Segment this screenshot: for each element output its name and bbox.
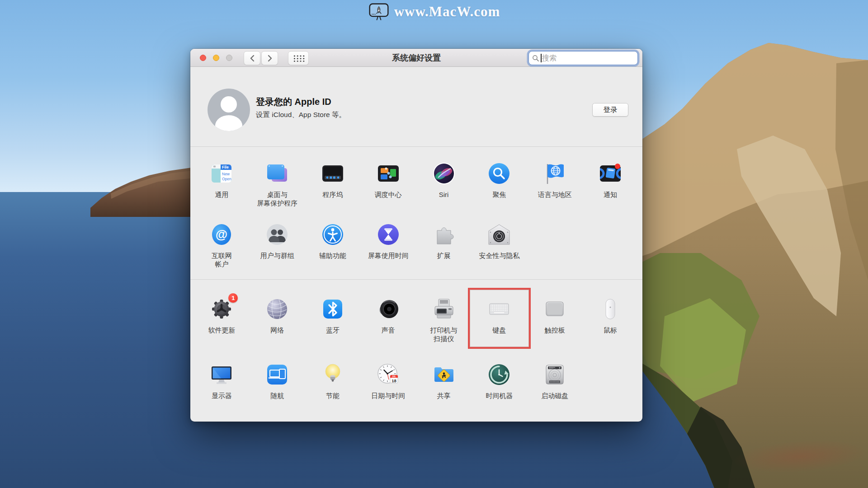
security-privacy-icon: [486, 221, 512, 248]
pref-label: 键盘: [492, 326, 506, 334]
pref-label: 启动磁盘: [541, 391, 568, 400]
pref-label: 节能: [326, 391, 340, 400]
pref-row-2: @互联网帐户用户与群组辅助功能屏幕使用时间扩展安全性与隐私: [194, 221, 639, 278]
pref-startup-disk[interactable]: 启动磁盘: [527, 361, 583, 418]
network-icon: [264, 296, 290, 322]
pref-accessibility[interactable]: 辅助功能: [305, 221, 361, 278]
time-machine-icon: [486, 361, 512, 388]
bluetooth-icon: [320, 296, 346, 322]
software-update-icon: 1: [208, 296, 235, 322]
notifications-icon: [597, 160, 623, 187]
pref-label: 声音: [382, 326, 395, 334]
pref-time-machine[interactable]: 时间机器: [472, 361, 527, 418]
displays-icon: [208, 361, 235, 388]
desktop-screensaver-icon: [264, 160, 290, 187]
svg-text:18: 18: [392, 378, 396, 383]
pref-spotlight[interactable]: 聚焦: [472, 160, 527, 217]
pref-label: 软件更新: [208, 326, 235, 334]
pref-sharing[interactable]: 共享: [416, 361, 472, 418]
pref-internet-accounts[interactable]: @互联网帐户: [194, 221, 250, 278]
keyboard-icon: [486, 296, 512, 322]
language-region-icon: [542, 160, 568, 187]
pref-sidecar[interactable]: 随航: [250, 361, 305, 418]
pref-mission-control[interactable]: 调度中心: [360, 160, 416, 217]
pref-label: 日期与时间: [371, 391, 405, 400]
pref-label: 调度中心: [375, 190, 402, 199]
pref-label: 屏幕使用时间: [368, 251, 409, 260]
pref-screen-time[interactable]: 屏幕使用时间: [360, 221, 416, 278]
pref-displays[interactable]: 显示器: [194, 361, 250, 418]
pref-keyboard[interactable]: 键盘: [472, 296, 527, 352]
pref-extensions[interactable]: 扩展: [416, 221, 472, 278]
pref-grid: FileNewOpen通用桌面与屏幕保护程序程序坞调度中心Siri聚焦语言与地区…: [194, 49, 639, 422]
pref-language-region[interactable]: 语言与地区: [527, 160, 583, 217]
svg-text:JUL: JUL: [392, 375, 396, 378]
internet-accounts-icon: @: [208, 221, 235, 248]
pref-security-privacy[interactable]: 安全性与隐私: [472, 221, 527, 278]
siri-icon: [431, 160, 457, 187]
site-watermark: www.MacW.com: [0, 2, 868, 22]
pref-general[interactable]: FileNewOpen通用: [194, 160, 250, 217]
pref-trackpad[interactable]: 触控板: [527, 296, 583, 352]
pref-label: 共享: [437, 391, 451, 400]
pref-label: 安全性与隐私: [479, 251, 519, 260]
pref-label: 辅助功能: [319, 251, 346, 260]
left-headland: [0, 158, 194, 217]
pref-label: 聚焦: [492, 190, 506, 199]
trackpad-icon: [542, 296, 568, 322]
pref-label: 蓝牙: [326, 326, 340, 334]
screen-time-icon: [375, 221, 401, 248]
pref-label: 语言与地区: [538, 190, 572, 199]
pref-bluetooth[interactable]: 蓝牙: [305, 296, 361, 352]
svg-text:New: New: [222, 172, 230, 176]
pref-label: 用户与群组: [260, 251, 294, 260]
spotlight-icon: [486, 160, 512, 187]
svg-text:@: @: [216, 228, 227, 241]
pref-date-time[interactable]: JUL18日期与时间: [360, 361, 416, 418]
accessibility-icon: [320, 221, 346, 248]
pref-sound[interactable]: 声音: [360, 296, 416, 352]
pref-label: 随航: [270, 391, 284, 400]
pref-label: 互联网帐户: [212, 251, 232, 268]
sharing-icon: [431, 361, 457, 388]
extensions-icon: [431, 221, 457, 248]
pref-printers-scanners[interactable]: 打印机与扫描仪: [416, 296, 472, 352]
pref-energy-saver[interactable]: 节能: [305, 361, 361, 418]
pref-label: 鼠标: [604, 326, 617, 334]
update-count-badge: 1: [228, 293, 238, 303]
printers-scanners-icon: [431, 296, 457, 322]
pref-label: 打印机与扫描仪: [430, 326, 458, 343]
dock-icon: [320, 160, 346, 187]
pref-label: Siri: [439, 190, 449, 199]
pref-label: 网络: [270, 326, 284, 334]
pref-notifications[interactable]: 通知: [583, 160, 638, 217]
right-mountains: [624, 0, 868, 488]
startup-disk-icon: [542, 361, 568, 388]
pref-label: 通用: [215, 190, 228, 199]
sound-icon: [375, 296, 401, 322]
pref-software-update[interactable]: 1软件更新: [194, 296, 250, 352]
date-time-icon: JUL18: [375, 361, 401, 388]
pref-network[interactable]: 网络: [250, 296, 305, 352]
energy-saver-icon: [320, 361, 346, 388]
pref-label: 显示器: [212, 391, 232, 400]
pref-mouse[interactable]: 鼠标: [583, 296, 638, 352]
general-icon: FileNewOpen: [208, 160, 235, 187]
pref-label: 程序坞: [322, 190, 343, 199]
watermark-text: www.MacW.com: [394, 4, 500, 20]
pref-row-1: FileNewOpen通用桌面与屏幕保护程序程序坞调度中心Siri聚焦语言与地区…: [194, 160, 639, 217]
pref-row-3: 1软件更新网络蓝牙声音打印机与扫描仪键盘触控板鼠标: [194, 296, 639, 352]
pref-dock[interactable]: 程序坞: [305, 160, 361, 217]
pref-label: 时间机器: [486, 391, 513, 400]
mouse-icon: [597, 296, 623, 322]
pref-desktop-screensaver[interactable]: 桌面与屏幕保护程序: [250, 160, 305, 217]
mission-control-icon: [375, 160, 401, 187]
pref-row-4: 显示器随航节能JUL18日期与时间共享时间机器启动磁盘: [194, 361, 639, 418]
pref-label: 触控板: [545, 326, 565, 334]
pref-siri[interactable]: Siri: [416, 160, 472, 217]
macw-logo-icon: [368, 2, 390, 22]
pref-users-groups[interactable]: 用户与群组: [250, 221, 305, 278]
svg-text:Open: Open: [222, 177, 231, 181]
svg-text:File: File: [222, 165, 229, 169]
sidecar-icon: [264, 361, 290, 388]
